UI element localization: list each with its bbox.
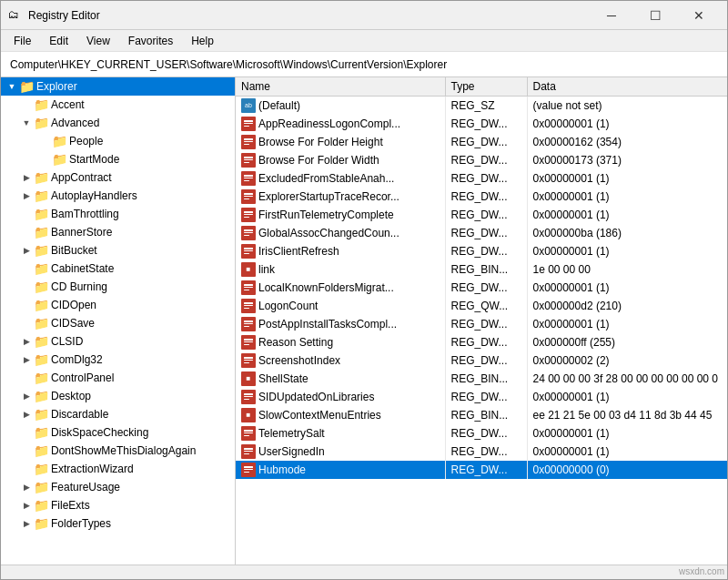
table-row[interactable]: FirstRunTelemetryCompleteREG_DW...0x0000… — [236, 206, 727, 224]
maximize-button[interactable]: ☐ — [634, 2, 676, 29]
reg-value-data: 0x00000001 (1) — [527, 115, 727, 133]
expander-icon: ▶ — [19, 188, 34, 203]
table-row[interactable]: HubmodeREG_DW...0x00000000 (0) — [236, 461, 727, 479]
reg-value-icon — [241, 426, 256, 441]
details-table[interactable]: Name Type Data ab(Default)REG_SZ(value n… — [236, 77, 727, 565]
tree-label: People — [69, 132, 103, 150]
tree-item-discardable[interactable]: ▶ 📁 Discardable — [1, 405, 235, 423]
svg-rect-23 — [244, 217, 249, 218]
close-button[interactable]: ✕ — [678, 2, 720, 29]
folder-icon: 📁 — [19, 79, 34, 94]
tree-item-bitbucket[interactable]: ▶ 📁 BitBucket — [1, 241, 235, 259]
tree-item-controlpanel[interactable]: 📁 ControlPanel — [1, 369, 235, 387]
tree-item-featureusage[interactable]: ▶ 📁 FeatureUsage — [1, 478, 235, 496]
tree-item-people[interactable]: 📁 People — [1, 132, 235, 150]
col-type[interactable]: Type — [445, 77, 527, 97]
svg-rect-2 — [244, 123, 253, 124]
reg-value-type: REG_QW... — [445, 297, 527, 315]
tree-item-cabinetstate[interactable]: 📁 CabinetState — [1, 259, 235, 278]
tree-item-clsid[interactable]: ▶ 📁 CLSID — [1, 332, 235, 351]
tree-item-foldertypes[interactable]: ▶ 📁 FolderTypes — [1, 514, 235, 533]
tree-label: CD Burning — [51, 278, 107, 296]
table-row[interactable]: Browse For Folder WidthREG_DW...0x000001… — [236, 151, 727, 169]
reg-value-data: 0x00000001 (1) — [527, 188, 727, 206]
tree-item-comdlg32[interactable]: ▶ 📁 ComDlg32 — [1, 351, 235, 369]
tree-item-cidopen[interactable]: 📁 CIDOpen — [1, 296, 235, 314]
col-data[interactable]: Data — [527, 77, 727, 97]
folder-icon: 📁 — [34, 516, 48, 531]
table-row[interactable]: UserSignedInREG_DW...0x00000001 (1) — [236, 443, 727, 461]
table-row[interactable]: ScreenshotIndexREG_DW...0x00000002 (2) — [236, 351, 727, 370]
table-row[interactable]: LogonCountREG_QW...0x000000d2 (210) — [236, 297, 727, 315]
svg-rect-29 — [244, 248, 253, 249]
reg-value-data: 0x00000001 (1) — [527, 242, 727, 260]
reg-value-data: 0x00000001 (1) — [527, 206, 727, 224]
reg-value-data: 0x000000ba (186) — [527, 224, 727, 242]
col-name[interactable]: Name — [236, 77, 445, 97]
reg-value-name: LogonCount — [258, 300, 318, 312]
svg-rect-31 — [244, 253, 249, 254]
table-row[interactable]: ■linkREG_BIN...1e 00 00 00 — [236, 260, 727, 279]
svg-rect-61 — [244, 448, 253, 450]
reg-value-data: 0x000000d2 (210) — [527, 297, 727, 315]
address-text[interactable]: Computer\HKEY_CURRENT_USER\Software\Micr… — [6, 56, 722, 73]
table-row[interactable]: TelemetrySaltREG_DW...0x00000001 (1) — [236, 424, 727, 443]
table-row[interactable]: ExcludedFromStableAnah...REG_DW...0x0000… — [236, 169, 727, 188]
tree-item-fileexts[interactable]: ▶ 📁 FileExts — [1, 496, 235, 514]
expander-placeholder — [19, 443, 34, 458]
menu-favorites[interactable]: Favorites — [119, 31, 182, 51]
table-row[interactable]: ab(Default)REG_SZ(value not set) — [236, 97, 727, 115]
table-row[interactable]: IrisClientRefreshREG_DW...0x00000001 (1) — [236, 242, 727, 260]
tree-item-accent[interactable]: 📁 Accent — [1, 96, 235, 114]
tree-item-autoplay[interactable]: ▶ 📁 AutoplayHandlers — [1, 187, 235, 205]
reg-value-data: 0x00000000 (0) — [527, 461, 727, 479]
table-row[interactable]: ■SlowContextMenuEntriesREG_BIN...ee 21 2… — [236, 406, 727, 424]
svg-rect-33 — [244, 284, 253, 286]
reg-value-type: REG_DW... — [445, 351, 527, 370]
reg-value-data: 0x00000001 (1) — [527, 279, 727, 297]
tree-item-explorer[interactable]: ▼ 📁 Explorer — [1, 77, 235, 96]
svg-rect-3 — [244, 126, 249, 127]
folder-icon: 📁 — [34, 116, 48, 130]
reg-value-type: REG_DW... — [445, 279, 527, 297]
tree-item-cdburning[interactable]: 📁 CD Burning — [1, 278, 235, 296]
tree-item-extraction[interactable]: 📁 ExtractionWizard — [1, 460, 235, 478]
tree-panel[interactable]: ▼ 📁 Explorer 📁 Accent ▼ 📁 Advanced 📁 Peo… — [1, 77, 236, 565]
tree-item-startmode[interactable]: 📁 StartMode — [1, 150, 235, 168]
table-row[interactable]: ■ShellStateREG_BIN...24 00 00 00 3f 28 0… — [236, 370, 727, 388]
tree-item-bannerstore[interactable]: 📁 BannerStore — [1, 223, 235, 241]
table-row[interactable]: ExplorerStartupTraceRecor...REG_DW...0x0… — [236, 188, 727, 206]
reg-value-type: REG_DW... — [445, 315, 527, 333]
tree-item-advanced[interactable]: ▼ 📁 Advanced — [1, 114, 235, 132]
folder-icon: 📁 — [34, 207, 48, 221]
table-row[interactable]: GlobalAssocChangedCoun...REG_DW...0x0000… — [236, 224, 727, 242]
main-window: 🗂 Registry Editor ─ ☐ ✕ File Edit View F… — [0, 0, 728, 580]
tree-item-diskspace[interactable]: 📁 DiskSpaceChecking — [1, 423, 235, 442]
tree-item-desktop[interactable]: ▶ 📁 Desktop — [1, 387, 235, 405]
tree-label: Desktop — [51, 387, 91, 405]
table-row[interactable]: Browse For Folder HeightREG_DW...0x00000… — [236, 133, 727, 151]
table-row[interactable]: SIDUpdatedOnLibrariesREG_DW...0x00000001… — [236, 388, 727, 406]
menu-file[interactable]: File — [5, 31, 40, 51]
table-row[interactable]: Reason SettingREG_DW...0x000000ff (255) — [236, 333, 727, 351]
reg-value-name: Browse For Folder Width — [258, 154, 379, 167]
reg-value-icon — [241, 463, 256, 477]
tree-item-dontshow[interactable]: 📁 DontShowMeThisDialogAgain — [1, 442, 235, 460]
table-row[interactable]: AppReadinessLogonCompl...REG_DW...0x0000… — [236, 115, 727, 133]
tree-item-bamthrottling[interactable]: 📁 BamThrottling — [1, 205, 235, 223]
reg-value-data: 0x00000001 (1) — [527, 388, 727, 406]
menu-help[interactable]: Help — [182, 31, 223, 51]
menu-edit[interactable]: Edit — [40, 31, 77, 51]
table-row[interactable]: PostAppInstallTasksCompl...REG_DW...0x00… — [236, 315, 727, 333]
reg-value-type: REG_SZ — [445, 97, 527, 115]
tree-item-cidsave[interactable]: 📁 CIDSave — [1, 314, 235, 332]
tree-item-appcontract[interactable]: ▶ 📁 AppContract — [1, 168, 235, 187]
reg-value-type: REG_DW... — [445, 333, 527, 351]
reg-value-type: REG_DW... — [445, 169, 527, 188]
table-row[interactable]: LocalKnownFoldersMigrat...REG_DW...0x000… — [236, 279, 727, 297]
reg-value-type: REG_DW... — [445, 115, 527, 133]
svg-rect-6 — [244, 141, 253, 142]
expander-icon: ▶ — [19, 170, 34, 185]
menu-view[interactable]: View — [77, 31, 119, 51]
minimize-button[interactable]: ─ — [591, 2, 632, 29]
